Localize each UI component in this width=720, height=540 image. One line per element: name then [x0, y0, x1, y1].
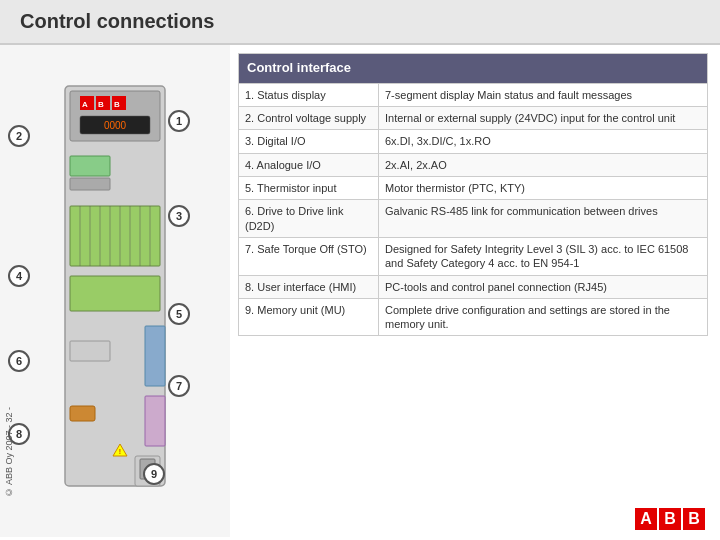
table-cell-desc-6: Galvanic RS-485 link for communication b… — [379, 200, 708, 238]
table-cell-desc-3: 6x.DI, 3x.DI/C, 1x.RO — [379, 130, 708, 153]
table-row-8: 8. User interface (HMI)PC-tools and cont… — [239, 275, 708, 298]
callout-3: 3 — [168, 205, 190, 227]
table-row-4: 4. Analogue I/O2x.AI, 2x.AO — [239, 153, 708, 176]
table-row-2: 2. Control voltage supplyInternal or ext… — [239, 107, 708, 130]
callout-1: 1 — [168, 110, 190, 132]
table-cell-desc-7: Designed for Safety Integrity Level 3 (S… — [379, 237, 708, 275]
callout-2: 2 — [8, 125, 30, 147]
callout-7: 7 — [168, 375, 190, 397]
abb-logo-box: A B B — [635, 508, 705, 530]
abb-logo: A B B — [635, 508, 705, 530]
table-cell-item-5: 5. Thermistor input — [239, 177, 379, 200]
abb-letter-b2: B — [683, 508, 705, 530]
table-cell-desc-1: 7-segment display Main status and fault … — [379, 83, 708, 106]
abb-letter-b1: B — [659, 508, 681, 530]
table-cell-item-1: 1. Status display — [239, 83, 379, 106]
copyright-text: © ABB Oy 2007 - 32 - — [4, 407, 14, 497]
table-cell-desc-8: PC-tools and control panel connection (R… — [379, 275, 708, 298]
callout-6: 6 — [8, 350, 30, 372]
table-cell-desc-9: Complete drive configuration and setting… — [379, 298, 708, 336]
table-row-1: 1. Status display7-segment display Main … — [239, 83, 708, 106]
table-cell-item-8: 8. User interface (HMI) — [239, 275, 379, 298]
table-cell-desc-4: 2x.AI, 2x.AO — [379, 153, 708, 176]
table-cell-desc-2: Internal or external supply (24VDC) inpu… — [379, 107, 708, 130]
page-title: Control connections — [0, 0, 720, 45]
table-row-5: 5. Thermistor inputMotor thermistor (PTC… — [239, 177, 708, 200]
callout-5: 5 — [168, 303, 190, 325]
table-row-9: 9. Memory unit (MU)Complete drive config… — [239, 298, 708, 336]
table-cell-item-6: 6. Drive to Drive link (D2D) — [239, 200, 379, 238]
table-cell-item-9: 9. Memory unit (MU) — [239, 298, 379, 336]
table-cell-item-2: 2. Control voltage supply — [239, 107, 379, 130]
table-row-3: 3. Digital I/O6x.DI, 3x.DI/C, 1x.RO — [239, 130, 708, 153]
control-table: Control interface 1. Status display7-seg… — [238, 53, 708, 336]
table-area: Control interface 1. Status display7-seg… — [230, 45, 720, 537]
device-image-area: A B B 0000 — [0, 45, 230, 537]
table-cell-item-4: 4. Analogue I/O — [239, 153, 379, 176]
abb-letter-a: A — [635, 508, 657, 530]
page-container: Control connections A B B 0000 — [0, 0, 720, 540]
table-cell-desc-5: Motor thermistor (PTC, KTY) — [379, 177, 708, 200]
table-row-7: 7. Safe Torque Off (STO)Designed for Saf… — [239, 237, 708, 275]
callouts-overlay: 1 2 3 4 5 6 7 8 9 — [0, 45, 230, 537]
table-cell-item-3: 3. Digital I/O — [239, 130, 379, 153]
content-area: A B B 0000 — [0, 45, 720, 537]
table-row-6: 6. Drive to Drive link (D2D)Galvanic RS-… — [239, 200, 708, 238]
callout-9: 9 — [143, 463, 165, 485]
callout-4: 4 — [8, 265, 30, 287]
table-header: Control interface — [239, 54, 708, 84]
table-cell-item-7: 7. Safe Torque Off (STO) — [239, 237, 379, 275]
